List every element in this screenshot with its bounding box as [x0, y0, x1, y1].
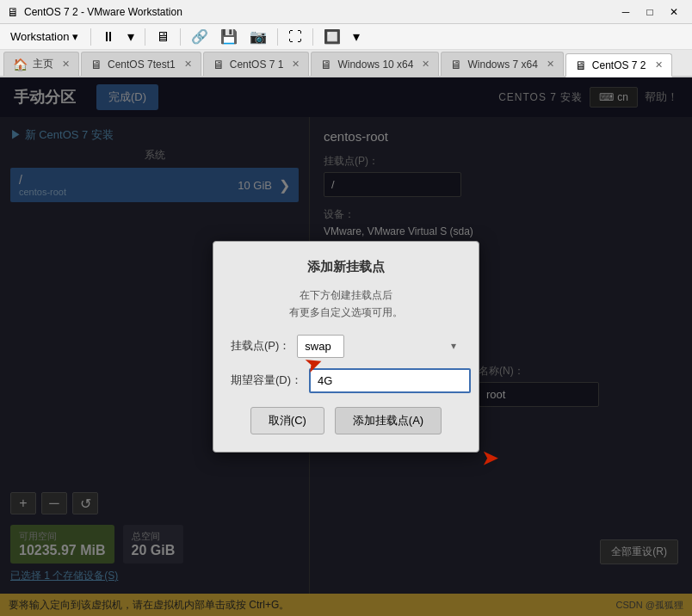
fullscreen-button[interactable]: ⛶ — [283, 27, 307, 47]
tab-centos7test1[interactable]: 🖥 CentOS 7test1 ✕ — [81, 52, 201, 76]
centos71-tab-icon: 🖥 — [213, 58, 225, 71]
modal-cancel-button[interactable]: 取消(C) — [250, 407, 324, 434]
tab-windows7x64[interactable]: 🖥 Windows 7 x64 ✕ — [441, 52, 563, 76]
snapshot-button[interactable]: 📷 — [244, 26, 272, 47]
modal-title: 添加新挂载点 — [231, 259, 461, 275]
modal-mount-label: 挂载点(P)： — [231, 338, 290, 354]
tab-windows7x64-close[interactable]: ✕ — [547, 59, 554, 70]
tab-centos72-close[interactable]: ✕ — [655, 59, 663, 71]
pause-button[interactable]: ⏸ — [96, 27, 120, 47]
toolbar-separator-1 — [90, 28, 91, 46]
centos72-tab-icon: 🖥 — [575, 59, 587, 72]
tab-home-close[interactable]: ✕ — [62, 59, 70, 70]
title-bar: 🖥 CentOS 7 2 - VMware Workstation ─ □ ✕ — [0, 0, 692, 24]
main-content: 手动分区 完成(D) CENTOS 7 安装 ⌨ cn 帮助！ ▶ 新 Cent… — [0, 77, 692, 616]
centos7test1-tab-icon: 🖥 — [90, 58, 102, 71]
modal-description: 在下方创建挂载点后 有更多自定义选项可用。 — [231, 287, 461, 320]
toolbar-separator-5 — [312, 28, 313, 46]
tab-centos7test1-close[interactable]: ✕ — [184, 59, 192, 70]
modal-desc-line2: 有更多自定义选项可用。 — [289, 306, 403, 318]
windows7x64-tab-icon: 🖥 — [450, 58, 462, 71]
tab-windows7x64-label: Windows 7 x64 — [467, 59, 537, 71]
toolbar-separator-3 — [180, 28, 181, 46]
view-button-2[interactable]: ▾ — [348, 26, 365, 47]
add-mount-point-modal: 添加新挂载点 在下方创建挂载点后 有更多自定义选项可用。 挂载点(P)： swa… — [213, 241, 479, 452]
workstation-dropdown-icon: ▾ — [72, 30, 78, 43]
tab-centos72-label: CentOS 7 2 — [592, 59, 646, 71]
modal-mount-field: 挂载点(P)： swap / /boot /home ▾ — [231, 335, 461, 358]
network-button[interactable]: 🔗 — [186, 26, 213, 47]
tab-home-label: 主页 — [33, 57, 53, 71]
tab-centos7test1-label: CentOS 7test1 — [108, 59, 176, 71]
app-icon: 🖥 — [7, 5, 19, 19]
modal-overlay: 添加新挂载点 在下方创建挂载点后 有更多自定义选项可用。 挂载点(P)： swa… — [0, 77, 692, 616]
modal-capacity-label: 期望容量(D)： — [231, 373, 302, 388]
toolbar-separator-4 — [277, 28, 278, 46]
tab-centos71-label: CentOS 7 1 — [230, 59, 284, 71]
workstation-menu[interactable]: Workstation ▾ — [3, 27, 85, 46]
arrow-indicator-2: ➤ — [482, 447, 497, 470]
workstation-label: Workstation — [10, 30, 69, 43]
tab-home[interactable]: 🏠 主页 ✕ — [3, 52, 79, 76]
modal-capacity-field: 期望容量(D)： — [231, 368, 461, 393]
tab-windows10x64[interactable]: 🖥 Windows 10 x64 ✕ — [311, 52, 439, 76]
vm-settings-button[interactable]: 🖥 — [151, 27, 175, 47]
window-controls: ─ □ ✕ — [615, 3, 685, 21]
toolbar-separator-2 — [145, 28, 145, 46]
view-button[interactable]: 🔲 — [318, 26, 346, 47]
modal-buttons: 取消(C) 添加挂载点(A) — [231, 407, 461, 434]
tab-windows10x64-close[interactable]: ✕ — [422, 59, 429, 70]
minimize-button[interactable]: ─ — [615, 3, 637, 21]
menu-bar: Workstation ▾ ⏸ ▾ 🖥 🔗 💾 📷 ⛶ 🔲 ▾ — [0, 24, 692, 50]
close-button[interactable]: ✕ — [663, 3, 685, 21]
tab-centos71-close[interactable]: ✕ — [292, 59, 300, 70]
tab-centos72[interactable]: 🖥 CentOS 7 2 ✕ — [565, 53, 672, 77]
window-title: CentOS 7 2 - VMware Workstation — [24, 6, 615, 18]
maximize-button[interactable]: □ — [639, 3, 661, 21]
modal-add-button[interactable]: 添加挂载点(A) — [335, 407, 442, 434]
tab-centos71[interactable]: 🖥 CentOS 7 1 ✕ — [203, 52, 310, 76]
toolbar-btn-2[interactable]: ▾ — [122, 26, 139, 47]
modal-desc-line1: 在下方创建挂载点后 — [300, 289, 392, 301]
windows10x64-tab-icon: 🖥 — [320, 58, 332, 71]
tab-windows10x64-label: Windows 10 x64 — [337, 59, 413, 71]
usb-button[interactable]: 💾 — [215, 26, 243, 47]
modal-select-arrow-icon: ▾ — [451, 340, 456, 352]
tabs-bar: 🏠 主页 ✕ 🖥 CentOS 7test1 ✕ 🖥 CentOS 7 1 ✕ … — [0, 50, 692, 77]
home-tab-icon: 🏠 — [13, 58, 28, 71]
modal-capacity-input[interactable] — [309, 368, 471, 393]
